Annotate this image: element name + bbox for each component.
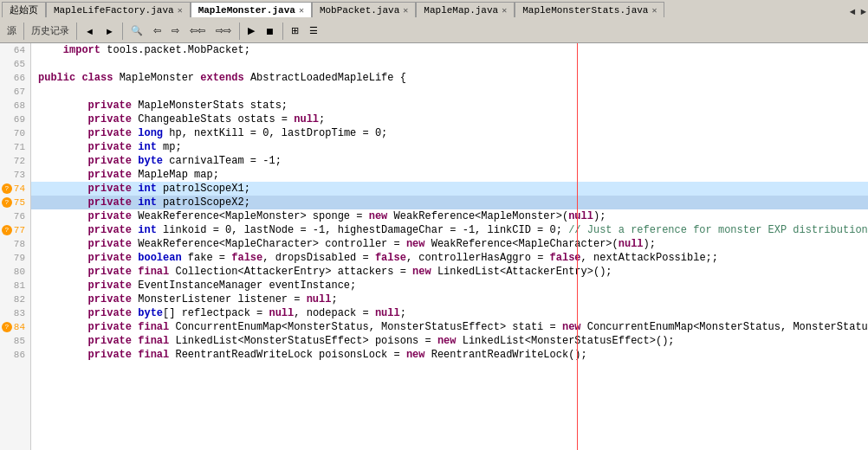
tab-maplemonster[interactable]: MapleMonster.java ✕ (191, 2, 312, 17)
tab-nav: ◄ ► (848, 7, 868, 17)
tab-maplelifefactory[interactable]: MapleLifeFactory.java ✕ (46, 2, 191, 17)
code-line-66: public class MapleMonster extends Abstra… (31, 71, 868, 85)
tab-mobpacket-label: MobPacket.java (320, 5, 399, 16)
tab-maplemonsterstats-close[interactable]: ✕ (651, 5, 657, 16)
gutter-line-85: 85 (0, 334, 30, 348)
code-line-68: private MapleMonsterStats stats; (31, 99, 868, 112)
line-number-84: 84 (14, 322, 25, 332)
code-area[interactable]: import tools.packet.MobPacket;public cla… (31, 43, 868, 450)
tab-maplemosnsterstats[interactable]: MapleMonsterStats.java ✕ (515, 2, 664, 17)
tab-maplelifefactory-label: MapleLifeFactory.java (54, 5, 174, 16)
line-number-86: 86 (14, 350, 25, 360)
toolbar-search-btn[interactable]: 🔍 (126, 22, 147, 41)
gutter-line-67: 67 (0, 85, 30, 99)
code-line-64: import tools.packet.MobPacket; (31, 43, 868, 57)
tab-maplemap[interactable]: MapleMap.java ✕ (416, 2, 515, 17)
tab-maplelifefactory-close[interactable]: ✕ (178, 5, 183, 16)
line-number-83: 83 (14, 308, 25, 318)
line-number-64: 64 (14, 45, 25, 55)
gutter-icon-74: ? (2, 183, 12, 194)
gutter-line-73: 73 (0, 168, 30, 182)
line-number-68: 68 (14, 100, 25, 111)
tab-maplemonster-close[interactable]: ✕ (299, 5, 304, 16)
gutter-icon-84: ? (2, 322, 12, 332)
line-number-80: 80 (14, 267, 25, 277)
tabs-bar: 起始页 MapleLifeFactory.java ✕ MapleMonster… (0, 0, 868, 19)
gutter-line-81: 81 (0, 279, 30, 292)
history-label: 历史记录 (28, 24, 73, 37)
tab-maplemonster-label: MapleMonster.java (198, 5, 295, 16)
toolbar-stop-btn[interactable]: ⏹ (261, 22, 279, 41)
code-line-67 (31, 85, 868, 99)
tab-mobpacket[interactable]: MobPacket.java ✕ (312, 2, 416, 17)
line-number-70: 70 (14, 128, 25, 138)
code-line-78: private WeakReference<MapleCharacter> co… (31, 237, 868, 251)
code-line-86: private final ReentrantReadWriteLock poi… (31, 348, 868, 362)
sep5 (282, 22, 283, 40)
code-line-81: private EventInstanceManager eventInstan… (31, 279, 868, 292)
tab-maplemap-close[interactable]: ✕ (502, 5, 507, 16)
toolbar-back-btn[interactable]: ◄ (81, 22, 99, 41)
line-number-73: 73 (14, 170, 25, 180)
code-line-74: private int patrolScopeX1; (31, 182, 868, 196)
gutter-line-69: 69 (0, 112, 30, 126)
code-line-73: private MapleMap map; (31, 168, 868, 182)
toolbar-forward-btn[interactable]: ► (100, 22, 119, 41)
nav-prev-arrow[interactable]: ◄ (848, 7, 858, 17)
toolbar-run-btn[interactable]: ▶ (243, 22, 259, 41)
toolbar-btn2[interactable]: ⇦ (149, 22, 165, 41)
code-line-75: private int patrolScopeX2; (31, 196, 868, 209)
code-line-72: private byte carnivalTeam = -1; (31, 154, 868, 168)
gutter-line-66: 66 (0, 71, 30, 85)
line-number-74: 74 (14, 183, 25, 194)
line-numbers: 64656667686970717273?74?7576?77787980818… (0, 43, 31, 450)
code-line-85: private final LinkedList<MonsterStatusEf… (31, 334, 868, 348)
tab-maplemonsterstats-label: MapleMonsterStats.java (522, 5, 648, 16)
nav-next-arrow[interactable]: ► (858, 7, 868, 17)
sep1 (23, 22, 24, 40)
tab-startpage[interactable]: 起始页 (2, 2, 46, 17)
gutter-icon-75: ? (2, 197, 12, 208)
line-number-79: 79 (14, 253, 25, 263)
gutter-line-84: ?84 (0, 320, 30, 334)
line-number-67: 67 (14, 87, 25, 97)
code-line-83: private byte[] reflectpack = null, nodep… (31, 306, 868, 320)
line-number-85: 85 (14, 336, 25, 346)
tab-startpage-label: 起始页 (10, 3, 38, 16)
gutter-line-79: 79 (0, 251, 30, 265)
gutter-line-82: 82 (0, 292, 30, 306)
line-number-76: 76 (14, 211, 25, 222)
gutter-line-75: ?75 (0, 196, 30, 209)
gutter-line-76: 76 (0, 209, 30, 223)
code-line-71: private int mp; (31, 140, 868, 154)
toolbar-list-btn[interactable]: ☰ (305, 22, 322, 41)
line-number-71: 71 (14, 142, 25, 152)
code-line-84: private final ConcurrentEnumMap<MonsterS… (31, 320, 868, 334)
gutter-line-80: 80 (0, 265, 30, 279)
line-number-75: 75 (14, 197, 25, 208)
line-number-69: 69 (14, 114, 25, 125)
toolbar-grid-btn[interactable]: ⊞ (287, 22, 303, 41)
code-line-69: private ChangeableStats ostats = null; (31, 112, 868, 126)
code-line-65 (31, 57, 868, 71)
sep3 (122, 22, 123, 40)
line-number-66: 66 (14, 73, 25, 83)
tab-maplemap-label: MapleMap.java (424, 5, 498, 16)
toolbar-btn3[interactable]: ⇨ (167, 22, 184, 41)
code-line-76: private WeakReference<MapleMonster> spon… (31, 209, 868, 223)
source-label: 源 (3, 24, 20, 37)
line-number-77: 77 (14, 225, 25, 235)
line-number-82: 82 (14, 294, 25, 305)
toolbar-btn4[interactable]: ⇦⇦ (185, 22, 210, 41)
tab-mobpacket-close[interactable]: ✕ (403, 5, 408, 16)
line-number-72: 72 (14, 156, 25, 166)
code-line-77: private int linkoid = 0, lastNode = -1, … (31, 223, 868, 237)
gutter-line-72: 72 (0, 154, 30, 168)
gutter-line-74: ?74 (0, 182, 30, 196)
code-line-70: private long hp, nextKill = 0, lastDropT… (31, 126, 868, 140)
toolbar-btn5[interactable]: ⇨⇨ (211, 22, 236, 41)
toolbar: 源 历史记录 ◄ ► 🔍 ⇦ ⇨ ⇦⇦ ⇨⇨ ▶ ⏹ ⊞ ☰ (0, 19, 868, 43)
gutter-line-86: 86 (0, 348, 30, 362)
gutter-line-68: 68 (0, 99, 30, 112)
editor-container: 64656667686970717273?74?7576?77787980818… (0, 43, 868, 450)
